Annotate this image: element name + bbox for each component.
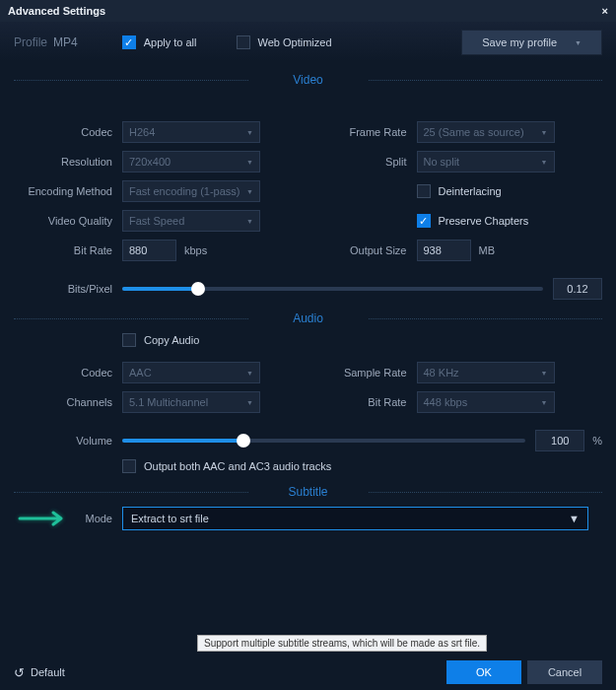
framerate-label: Frame Rate xyxy=(308,126,417,138)
codec-label: Codec xyxy=(14,126,122,138)
checkbox-empty-icon xyxy=(122,333,136,347)
apply-to-all-checkbox[interactable]: ✓ Apply to all xyxy=(122,35,197,49)
chevron-down-icon: ▼ xyxy=(541,370,548,377)
preserve-chapters-checkbox[interactable]: ✓Preserve Chapters xyxy=(417,214,529,228)
resolution-label: Resolution xyxy=(14,156,122,168)
checkmark-icon: ✓ xyxy=(122,35,136,49)
framerate-select[interactable]: 25 (Same as source)▼ xyxy=(417,121,555,143)
close-icon[interactable]: × xyxy=(602,5,608,17)
bits-pixel-slider[interactable] xyxy=(122,287,543,291)
bits-pixel-value: 0.12 xyxy=(553,278,602,300)
volume-slider[interactable] xyxy=(122,439,525,443)
chevron-down-icon: ▼ xyxy=(246,218,253,225)
chevron-down-icon: ▼ xyxy=(541,129,548,136)
output-size-label: Output Size xyxy=(308,244,417,256)
chevron-down-icon: ▼ xyxy=(569,513,580,524)
audio-codec-label: Codec xyxy=(14,367,122,379)
split-label: Split xyxy=(308,156,417,168)
video-section-header: Video xyxy=(0,73,616,87)
split-select[interactable]: No split▼ xyxy=(417,151,555,172)
video-quality-select[interactable]: Fast Speed▼ xyxy=(122,210,260,232)
audio-section-header: Audio xyxy=(0,311,616,325)
bits-pixel-label: Bits/Pixel xyxy=(14,283,122,295)
bitrate-label: Bit Rate xyxy=(14,244,122,256)
chevron-down-icon: ▼ xyxy=(246,399,253,406)
chevron-down-icon: ▼ xyxy=(246,370,253,377)
audio-bitrate-select[interactable]: 448 kbps▼ xyxy=(417,391,555,413)
chevron-down-icon: ▼ xyxy=(541,399,548,406)
audio-codec-select[interactable]: AAC▼ xyxy=(122,362,260,383)
chevron-down-icon: ▼ xyxy=(575,39,582,46)
undo-icon: ↺ xyxy=(14,665,25,680)
sample-rate-select[interactable]: 48 KHz▼ xyxy=(417,362,555,383)
header: ProfileMP4 ✓ Apply to all Web Optimized … xyxy=(0,22,616,61)
mode-label: Mode xyxy=(73,513,122,524)
encoding-label: Encoding Method xyxy=(14,185,122,197)
chevron-down-icon: ▼ xyxy=(246,188,253,195)
pointer-arrow-icon xyxy=(14,510,73,527)
ok-button[interactable]: OK xyxy=(446,660,521,684)
copy-audio-checkbox[interactable]: Copy Audio xyxy=(14,333,602,347)
window-title: Advanced Settings xyxy=(8,5,105,17)
audio-bitrate-label: Bit Rate xyxy=(308,396,417,408)
channels-label: Channels xyxy=(14,396,122,408)
video-codec-select[interactable]: H264▼ xyxy=(122,121,260,143)
output-size-input[interactable] xyxy=(417,240,471,261)
deinterlacing-checkbox[interactable]: Deinterlacing xyxy=(417,184,502,198)
default-button[interactable]: ↺ Default xyxy=(14,665,65,680)
save-profile-button[interactable]: Save my profile ▼ xyxy=(461,30,602,55)
channels-select[interactable]: 5.1 Multichannel▼ xyxy=(122,391,260,413)
chevron-down-icon: ▼ xyxy=(246,129,253,136)
subtitle-mode-select[interactable]: Extract to srt file▼ xyxy=(122,507,588,530)
checkbox-empty-icon xyxy=(237,35,250,49)
web-optimized-checkbox[interactable]: Web Optimized xyxy=(237,35,332,49)
checkbox-empty-icon xyxy=(122,459,136,473)
output-both-checkbox[interactable]: Output both AAC and AC3 audio tracks xyxy=(14,459,602,473)
encoding-method-select[interactable]: Fast encoding (1-pass)▼ xyxy=(122,180,260,202)
chevron-down-icon: ▼ xyxy=(541,159,548,166)
volume-value: 100 xyxy=(535,430,584,451)
cancel-button[interactable]: Cancel xyxy=(527,660,602,684)
quality-label: Video Quality xyxy=(14,215,122,227)
volume-label: Volume xyxy=(14,435,122,447)
subtitle-section-header: Subtitle xyxy=(0,485,616,499)
resolution-select[interactable]: 720x400▼ xyxy=(122,151,260,172)
sample-rate-label: Sample Rate xyxy=(308,367,417,379)
tooltip: Support multiple subtitle streams, which… xyxy=(197,635,487,652)
checkmark-icon: ✓ xyxy=(417,214,431,228)
title-bar: Advanced Settings × xyxy=(0,0,616,22)
checkbox-empty-icon xyxy=(417,184,431,198)
profile-label: ProfileMP4 xyxy=(14,35,78,49)
video-bitrate-input[interactable] xyxy=(122,240,176,261)
chevron-down-icon: ▼ xyxy=(246,159,253,166)
footer: ↺ Default OK Cancel xyxy=(0,655,616,690)
